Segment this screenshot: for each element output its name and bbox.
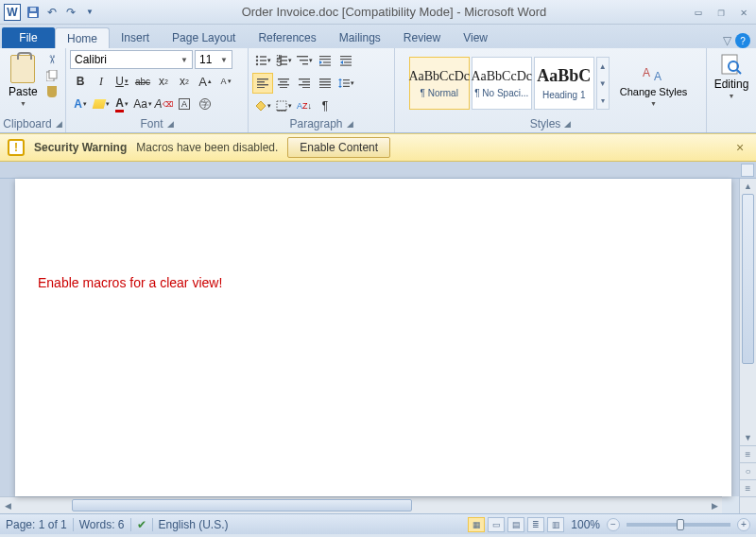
scroll-up-icon[interactable]: ▲ — [740, 179, 756, 194]
close-icon[interactable]: ✕ — [735, 6, 752, 19]
scroll-right-icon[interactable]: ▶ — [707, 497, 722, 513]
styles-more-icon[interactable]: ▾ — [597, 92, 609, 109]
status-words[interactable]: Words: 6 — [79, 518, 125, 531]
style-normal[interactable]: AaBbCcDc¶ Normal — [409, 57, 470, 110]
tab-view[interactable]: View — [452, 27, 499, 48]
align-center-button[interactable] — [273, 73, 294, 94]
svg-rect-51 — [277, 110, 286, 112]
font-size-input[interactable] — [199, 53, 218, 66]
tab-page-layout[interactable]: Page Layout — [161, 27, 247, 48]
svg-rect-47 — [343, 79, 350, 80]
font-size-combo[interactable]: ▼ — [195, 50, 232, 69]
tab-file[interactable]: File — [2, 27, 55, 48]
text-effects-button[interactable]: A▾ — [70, 94, 91, 114]
subscript-button[interactable]: x2 — [153, 71, 174, 92]
help-icon[interactable]: ? — [735, 33, 750, 48]
justify-button[interactable] — [315, 73, 335, 94]
svg-rect-36 — [278, 84, 289, 85]
zoom-in-button[interactable]: + — [737, 518, 750, 531]
decrease-indent-button[interactable] — [315, 50, 335, 71]
status-language[interactable]: English (U.S.) — [159, 518, 229, 531]
italic-button[interactable]: I — [91, 71, 112, 92]
cut-icon[interactable]: ✂ — [44, 52, 60, 67]
editing-button[interactable]: Editing ▼ — [710, 50, 754, 102]
status-page[interactable]: Page: 1 of 1 — [6, 518, 67, 531]
paste-button[interactable]: Paste ▼ — [4, 50, 43, 110]
highlight-button[interactable]: ▾ — [91, 94, 112, 114]
vscroll-track[interactable] — [740, 194, 756, 430]
bullets-button[interactable]: ▾ — [252, 50, 273, 71]
vscroll-thumb[interactable] — [742, 194, 754, 364]
zoom-level[interactable]: 100% — [571, 518, 600, 531]
clear-formatting-button[interactable]: A⌫ — [153, 94, 174, 114]
zoom-slider-thumb[interactable] — [677, 519, 684, 530]
draft-view-icon[interactable]: ▥ — [547, 517, 564, 532]
strikethrough-button[interactable]: abc — [132, 71, 153, 92]
prev-page-icon[interactable]: ≡ — [740, 445, 756, 462]
superscript-button[interactable]: x2 — [174, 71, 195, 92]
change-styles-button[interactable]: AA Change Styles ▼ — [615, 57, 693, 109]
multilevel-list-button[interactable]: ▾ — [294, 50, 315, 71]
maximize-icon[interactable]: ❐ — [713, 6, 730, 19]
qat-dropdown-icon[interactable]: ▼ — [81, 4, 98, 21]
save-icon[interactable] — [25, 4, 42, 21]
security-close-icon[interactable]: × — [731, 140, 748, 155]
tab-references[interactable]: References — [247, 27, 327, 48]
minimize-icon[interactable]: ▭ — [690, 6, 707, 19]
shrink-font-button[interactable]: A▾ — [215, 71, 236, 92]
copy-icon[interactable] — [44, 68, 60, 83]
enclose-chars-button[interactable]: 字 — [195, 94, 215, 114]
hscroll-thumb[interactable] — [72, 499, 412, 511]
underline-button[interactable]: U▾ — [112, 71, 132, 92]
bold-button[interactable]: B — [70, 71, 91, 92]
outline-view-icon[interactable]: ≣ — [527, 517, 544, 532]
clipboard-dialog-launcher[interactable]: ◢ — [56, 119, 62, 129]
web-layout-view-icon[interactable]: ▤ — [507, 517, 524, 532]
font-name-combo[interactable]: ▼ — [70, 50, 193, 69]
font-dialog-launcher[interactable]: ◢ — [167, 119, 174, 129]
enable-content-button[interactable]: Enable Content — [287, 137, 390, 158]
redo-icon[interactable]: ↷ — [62, 4, 79, 21]
increase-indent-button[interactable] — [335, 50, 356, 71]
scroll-left-icon[interactable]: ◀ — [0, 497, 15, 513]
styles-down-icon[interactable]: ▼ — [597, 75, 609, 92]
document-page[interactable]: Enable macros for a clear view! — [15, 179, 731, 496]
tab-home[interactable]: Home — [55, 27, 110, 48]
format-painter-icon[interactable] — [44, 84, 60, 99]
hscroll-track[interactable] — [15, 497, 707, 513]
font-name-input[interactable] — [75, 53, 179, 66]
sort-button[interactable]: AZ↓ — [294, 95, 315, 116]
style-heading-1[interactable]: AaBbCHeading 1 — [534, 57, 594, 110]
styles-dialog-launcher[interactable]: ◢ — [564, 119, 571, 129]
align-right-button[interactable] — [294, 73, 315, 94]
line-spacing-button[interactable]: ▾ — [335, 73, 356, 94]
browse-object-icon[interactable]: ○ — [740, 462, 756, 479]
paragraph-dialog-launcher[interactable]: ◢ — [347, 119, 353, 129]
minimize-ribbon-icon[interactable]: ▽ — [723, 34, 731, 47]
zoom-slider[interactable] — [627, 523, 730, 527]
zoom-out-button[interactable]: − — [607, 518, 620, 531]
tab-mailings[interactable]: Mailings — [328, 27, 392, 48]
next-page-icon[interactable]: ≡ — [740, 479, 756, 496]
show-marks-button[interactable]: ¶ — [315, 95, 335, 116]
undo-icon[interactable]: ↶ — [43, 4, 60, 21]
align-left-button[interactable] — [252, 73, 273, 94]
character-border-button[interactable]: A — [174, 94, 195, 114]
scroll-down-icon[interactable]: ▼ — [740, 430, 756, 445]
svg-rect-30 — [257, 78, 268, 79]
tab-review[interactable]: Review — [392, 27, 452, 48]
styles-up-icon[interactable]: ▲ — [597, 58, 609, 75]
style-no-spacing[interactable]: AaBbCcDc¶ No Spaci... — [472, 57, 532, 110]
tab-insert[interactable]: Insert — [110, 27, 161, 48]
proofing-icon[interactable]: ✔ — [137, 518, 146, 531]
grow-font-button[interactable]: A▴ — [195, 71, 215, 92]
font-color-button[interactable]: A▾ — [112, 94, 132, 114]
document-body-text[interactable]: Enable macros for a clear view! — [38, 275, 709, 290]
ruler-toggle-button[interactable] — [741, 164, 754, 177]
borders-button[interactable]: ▾ — [273, 95, 294, 116]
shading-button[interactable]: ▾ — [252, 95, 273, 116]
fullscreen-reading-view-icon[interactable]: ▭ — [488, 517, 505, 532]
print-layout-view-icon[interactable]: ▦ — [468, 517, 485, 532]
change-case-button[interactable]: Aa▾ — [132, 94, 153, 114]
numbering-button[interactable]: 123▾ — [273, 50, 294, 71]
